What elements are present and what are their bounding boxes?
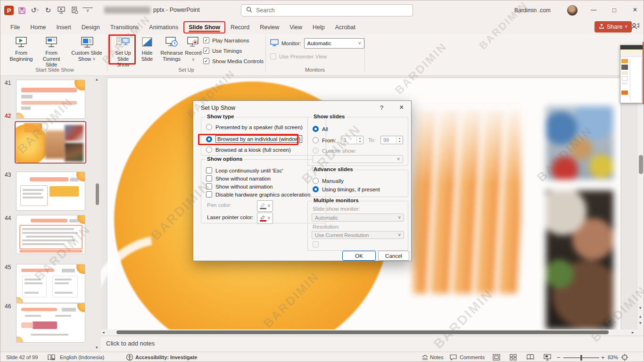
- zoom-level[interactable]: 83%: [608, 354, 618, 360]
- scroll-right-icon[interactable]: ▸: [632, 330, 634, 335]
- to-slide-spinner[interactable]: 99 ▴▾: [380, 136, 403, 144]
- undo-chevron-icon[interactable]: ˅: [37, 8, 39, 12]
- monitor-dropdown[interactable]: Automatic˅: [304, 38, 364, 49]
- next-slide-icon[interactable]: ▾: [639, 321, 642, 325]
- custom-show-dropdown: ˅: [313, 155, 403, 163]
- vertical-scrollbar-thumb[interactable]: [639, 155, 643, 174]
- quick-access-toolbar: P ↺˅ ↻ ˅: [4, 4, 93, 16]
- comments-toggle[interactable]: Comments: [460, 354, 485, 360]
- record-button[interactable]: Record ˅: [184, 36, 202, 62]
- tab-file[interactable]: File: [5, 21, 25, 34]
- maximize-button[interactable]: □: [607, 3, 622, 16]
- from-slide-spinner[interactable]: 1 ▴▾: [341, 136, 363, 144]
- save-icon[interactable]: [17, 5, 27, 16]
- radio-show-slides-from[interactable]: From:: [313, 137, 336, 143]
- thumbnails-scroll-down-icon[interactable]: ▾: [96, 346, 98, 350]
- proofing-icon[interactable]: [48, 354, 55, 361]
- scroll-down-icon[interactable]: ▾: [639, 306, 642, 310]
- vertical-scrollbar[interactable]: ▾ ▴ ▾: [637, 76, 644, 329]
- fit-slide-to-window-icon[interactable]: [621, 354, 628, 361]
- play-narrations-checkbox[interactable]: ✓Play Narrations: [203, 37, 249, 43]
- share-button[interactable]: Share˅: [594, 21, 632, 33]
- tab-acrobat[interactable]: Acrobat: [330, 21, 361, 34]
- notes-placeholder[interactable]: Click to add notes: [106, 340, 155, 347]
- reading-view-icon[interactable]: [527, 354, 534, 360]
- dialog-help-icon[interactable]: ?: [380, 104, 383, 111]
- from-current-slide-button[interactable]: From Current Slide: [36, 36, 66, 68]
- zoom-out-button[interactable]: −: [557, 354, 561, 361]
- scroll-left-icon[interactable]: ◂: [102, 330, 105, 335]
- checkbox-show-without-narration[interactable]: Show without narration: [206, 175, 271, 181]
- search-icon: [246, 7, 252, 14]
- thumbnails-scroll-up-icon[interactable]: ▴: [96, 77, 98, 82]
- hide-slide-button[interactable]: Hide Slide: [137, 36, 157, 62]
- zoom-slider-thumb[interactable]: [580, 355, 582, 361]
- checkbox-show-without-animation[interactable]: Show without animation: [206, 183, 272, 189]
- normal-view-icon[interactable]: [493, 354, 500, 361]
- language-indicator[interactable]: English (Indonesia): [60, 354, 104, 360]
- use-timings-checkbox[interactable]: ✓Use Timings: [203, 48, 242, 54]
- slide-thumbnail-44[interactable]: [16, 215, 85, 254]
- custom-show-chevron-icon: ˅: [92, 57, 95, 62]
- slide-thumbnail-41[interactable]: [16, 80, 85, 119]
- slide-sorter-view-icon[interactable]: [510, 354, 517, 361]
- tab-insert[interactable]: Insert: [51, 21, 76, 34]
- radio-advance-using-timings[interactable]: Using timings, if present: [313, 186, 380, 192]
- radio-show-all-slides[interactable]: All: [313, 126, 328, 132]
- slide-show-view-icon[interactable]: [544, 354, 551, 361]
- undo-button[interactable]: ↺˅: [30, 5, 40, 16]
- checkbox-disable-hardware-acceleration[interactable]: Disable hardware graphics acceleration: [206, 191, 310, 197]
- tab-review[interactable]: Review: [255, 21, 284, 34]
- tab-design[interactable]: Design: [76, 21, 105, 34]
- account-name[interactable]: Bardimin .com: [514, 7, 551, 14]
- search-input[interactable]: [256, 7, 397, 14]
- tab-home[interactable]: Home: [25, 21, 51, 34]
- cancel-button[interactable]: Cancel: [378, 251, 409, 261]
- tab-help[interactable]: Help: [307, 21, 330, 34]
- slide-thumbnail-43[interactable]: [16, 172, 85, 211]
- checkbox-loop-continuously[interactable]: Loop continuously until 'Esc': [206, 167, 283, 173]
- account-avatar[interactable]: [567, 5, 578, 16]
- radio-advance-manually[interactable]: Manually: [313, 178, 344, 184]
- horizontal-scrollbar[interactable]: ◂ ▸: [101, 329, 637, 336]
- tab-view[interactable]: View: [284, 21, 307, 34]
- minimize-button[interactable]: —: [586, 3, 601, 16]
- radio-browsed-at-kiosk[interactable]: Browsed at a kiosk (full screen): [206, 147, 291, 153]
- slide-indicator[interactable]: Slide 42 of 99: [6, 354, 38, 360]
- tab-animations[interactable]: Animations: [144, 21, 183, 34]
- notes-toggle[interactable]: Notes: [430, 354, 444, 360]
- radio-presented-by-speaker[interactable]: Presented by a speaker (full screen): [206, 124, 303, 130]
- tab-record[interactable]: Record: [225, 21, 255, 34]
- laser-pointer-color-picker[interactable]: ˅: [257, 213, 273, 224]
- from-beginning-icon: [14, 36, 28, 49]
- from-beginning-button[interactable]: From Beginning: [7, 36, 35, 62]
- horizontal-scrollbar-thumb[interactable]: [116, 330, 609, 334]
- notes-pane[interactable]: Click to add notes: [101, 336, 644, 352]
- show-media-controls-checkbox[interactable]: ✓Show Media Controls: [203, 58, 264, 64]
- tab-slide-show[interactable]: Slide Show: [183, 21, 225, 33]
- accessibility-status[interactable]: Accessibility: Investigate: [135, 354, 197, 360]
- ok-button[interactable]: OK: [342, 251, 376, 261]
- dialog-close-icon[interactable]: ×: [399, 103, 404, 112]
- thumbnails-scrollbar-thumb[interactable]: [96, 183, 99, 205]
- set-up-slide-show-button[interactable]: Set Up Slide Show: [110, 36, 136, 68]
- slide-thumbnail-46[interactable]: [16, 303, 85, 343]
- redo-button[interactable]: ↻: [43, 5, 53, 16]
- customize-qat-chevron-icon[interactable]: ˅: [83, 8, 93, 13]
- start-from-beginning-icon[interactable]: [56, 5, 66, 16]
- powerpoint-logo-icon[interactable]: P: [4, 6, 14, 15]
- slide-thumbnail-45[interactable]: [16, 264, 85, 303]
- radio-browsed-by-individual[interactable]: Browsed by an individual (window): [206, 135, 302, 143]
- custom-slide-show-button[interactable]: Custom Slide Show ˅: [70, 36, 103, 62]
- zoom-in-button[interactable]: +: [601, 354, 605, 361]
- search-box[interactable]: [241, 4, 413, 16]
- close-button[interactable]: ×: [627, 3, 643, 16]
- slide-thumbnail-42-selected[interactable]: [15, 121, 86, 164]
- powerpoint-window: P ↺˅ ↻ ˅ pptx - PowerPoint Bardimin .com…: [0, 0, 644, 362]
- tab-transitions[interactable]: Transitions: [105, 21, 144, 34]
- print-preview-icon[interactable]: [69, 5, 80, 16]
- monitor-icon: [270, 39, 279, 48]
- previous-slide-icon[interactable]: ▴: [639, 314, 642, 319]
- rehearse-timings-button[interactable]: Rehearse Timings: [159, 36, 184, 62]
- meet-now-icon[interactable]: [630, 22, 640, 32]
